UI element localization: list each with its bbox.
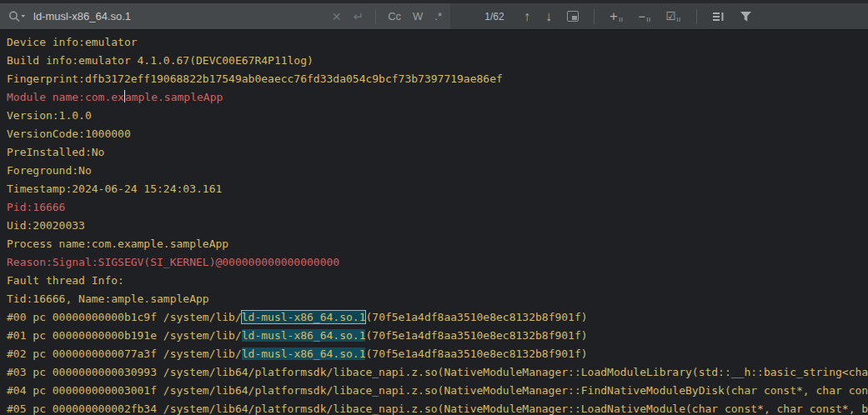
log-line: #00 pc 00000000000b1c9f /system/lib/ld-m… xyxy=(7,308,868,327)
log-line: #01 pc 00000000000b191e /system/lib/ld-m… xyxy=(7,327,868,345)
divider xyxy=(594,9,595,24)
next-match-button[interactable]: ↓ xyxy=(545,9,552,24)
log-text: #00 pc 00000000000b1c9f /system/lib/ xyxy=(7,311,242,323)
log-text: Process name:com.example.sampleApp xyxy=(7,238,228,250)
log-text: #03 pc 0000000000030993 /system/lib64/pl… xyxy=(7,366,868,378)
search-toolbar: ld-musl-x86_64.so.1 ✕ ↵ Cc W .* 1/62 ↑ ↓… xyxy=(0,3,868,30)
log-line: Version:1.0.0 xyxy=(7,107,868,125)
log-line: Process name:com.example.sampleApp xyxy=(7,235,868,253)
log-text: Fingerprint:dfb3172eff19068822b17549ab0e… xyxy=(7,72,503,85)
divider xyxy=(375,9,376,24)
log-text: ample.sampleApp xyxy=(125,91,223,103)
log-text: Timestamp:2024-06-24 15:24:03.161 xyxy=(7,182,222,195)
clear-search-icon[interactable]: ✕ xyxy=(332,11,342,22)
log-line: PreInstalled:No xyxy=(7,143,868,162)
log-line: #04 pc 000000000003001f /system/lib64/pl… xyxy=(7,382,868,400)
match-counter: 1/62 xyxy=(480,11,509,22)
search-controls: 1/62 ↑ ↓ +II −II ☑II xyxy=(450,3,752,29)
log-line: #03 pc 0000000000030993 /system/lib64/pl… xyxy=(7,363,868,382)
log-line: Pid:16666 xyxy=(7,198,868,217)
log-text: #05 pc 000000000002fb34 /system/lib64/pl… xyxy=(7,402,868,415)
search-icon xyxy=(8,10,27,23)
search-match-current: ld-musl-x86_64.so.1 xyxy=(242,311,366,323)
log-text: Foreground:No xyxy=(7,164,92,177)
log-line: Timestamp:2024-06-24 15:24:03.161 xyxy=(7,180,868,198)
log-text: Device info:emulator xyxy=(7,36,138,48)
regex-toggle[interactable]: .* xyxy=(434,11,442,22)
log-text: #04 pc 000000000003001f /system/lib64/pl… xyxy=(7,384,868,397)
log-line: #02 pc 0000000000077a3f /system/lib/ld-m… xyxy=(7,345,868,363)
add-filter-button[interactable]: +II xyxy=(610,9,623,23)
log-text: #02 pc 0000000000077a3f /system/lib/ xyxy=(7,348,242,360)
open-in-window-icon[interactable] xyxy=(567,11,579,22)
log-text: Build info:emulator 4.1.0.67(DEVC00E67R4… xyxy=(7,54,314,67)
log-text: Uid:20020033 xyxy=(7,219,85,232)
log-line: Module name:com.example.sampleApp xyxy=(7,88,868,107)
log-line: Reason:Signal:SIGSEGV(SI_KERNEL)@0000000… xyxy=(7,253,868,272)
log-line: VersionCode:1000000 xyxy=(7,125,868,143)
log-text: Module name:com.ex xyxy=(7,91,124,103)
log-text: (70f5e1a4df8aa3510e8ec8132b8f901f) xyxy=(365,311,587,323)
log-text: (70f5e1a4df8aa3510e8ec8132b8f901f) xyxy=(365,329,587,342)
filter-funnel-icon[interactable] xyxy=(740,11,752,22)
log-line: Device info:emulator xyxy=(7,33,868,52)
search-input[interactable]: ld-musl-x86_64.so.1 xyxy=(33,10,332,22)
search-match: ld-musl-x86_64.so.1 xyxy=(242,329,366,342)
log-text: #01 pc 00000000000b191e /system/lib/ xyxy=(7,329,242,342)
search-field[interactable]: ld-musl-x86_64.so.1 ✕ ↵ Cc W .* xyxy=(0,3,450,29)
log-text: Pid:16666 xyxy=(7,201,65,213)
insert-newline-icon[interactable]: ↵ xyxy=(354,10,364,22)
log-text: Version:1.0.0 xyxy=(7,109,92,122)
log-line: Fingerprint:dfb3172eff19068822b17549ab0e… xyxy=(7,70,868,88)
log-line: Foreground:No xyxy=(7,162,868,180)
log-line: Uid:20020033 xyxy=(7,217,868,235)
exclude-filter-button[interactable]: −II xyxy=(638,10,650,22)
previous-match-button[interactable]: ↑ xyxy=(524,9,530,24)
search-options-chevron xyxy=(22,15,26,18)
select-filter-button[interactable]: ☑II xyxy=(666,11,681,22)
match-case-toggle[interactable]: Cc xyxy=(388,11,401,22)
log-text: Fault thread Info: xyxy=(7,274,124,287)
log-text: Reason:Signal:SIGSEGV(SI_KERNEL)@0000000… xyxy=(7,256,339,268)
log-line: Fault thread Info: xyxy=(7,272,868,290)
log-text: Tid:16666, Name:ample.sampleApp xyxy=(7,292,209,305)
log-text: VersionCode:1000000 xyxy=(7,128,131,140)
filter-lines-icon[interactable] xyxy=(712,11,725,22)
log-line: Build info:emulator 4.1.0.67(DEVC00E67R4… xyxy=(7,52,868,70)
whole-words-toggle[interactable]: W xyxy=(413,11,423,22)
divider xyxy=(696,9,697,24)
search-match: ld-musl-x86_64.so.1 xyxy=(242,348,366,360)
log-text: PreInstalled:No xyxy=(7,146,104,158)
log-text: (70f5e1a4df8aa3510e8ec8132b8f901f) xyxy=(365,348,587,360)
log-line: #05 pc 000000000002fb34 /system/lib64/pl… xyxy=(7,400,868,415)
log-area[interactable]: Device info:emulatorBuild info:emulator … xyxy=(0,31,868,415)
log-line: Tid:16666, Name:ample.sampleApp xyxy=(7,290,868,308)
